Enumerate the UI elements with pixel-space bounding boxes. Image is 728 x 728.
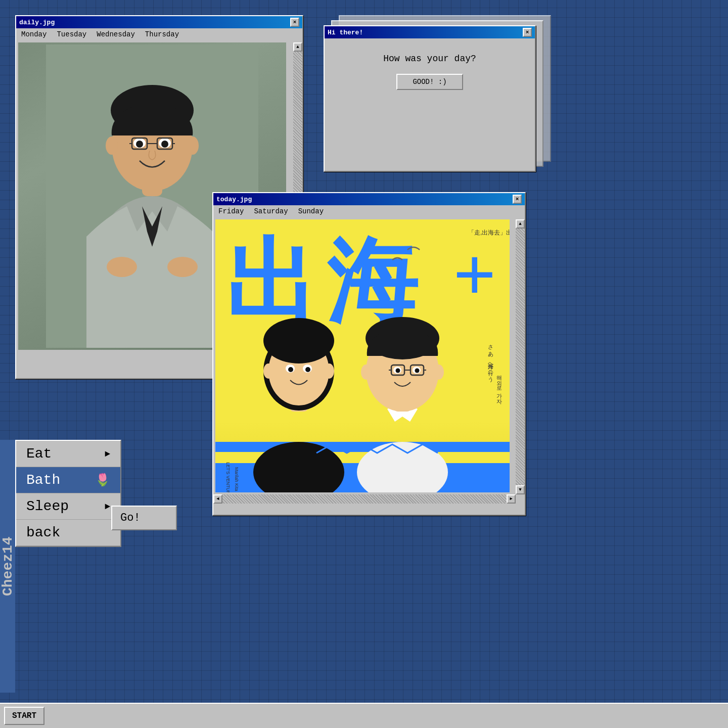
hi-dialog-body: How was your day? GOOD! :) — [325, 38, 535, 100]
menu-item-back[interactable]: back — [16, 520, 120, 546]
today-scroll-track-v — [516, 229, 525, 485]
svg-point-10 — [161, 141, 168, 148]
svg-point-50 — [361, 365, 371, 380]
daily-menu-tuesday[interactable]: Tuesday — [57, 30, 86, 38]
good-button[interactable]: GOOD! :) — [396, 74, 463, 90]
today-menu-sunday[interactable]: Sunday — [298, 207, 324, 215]
bath-submenu: Go! — [111, 506, 177, 530]
svg-point-36 — [324, 363, 334, 379]
svg-point-30 — [263, 318, 334, 363]
start-button[interactable]: START — [4, 707, 44, 725]
menu-item-bath[interactable]: Bath 🌷 — [16, 467, 120, 493]
svg-point-16 — [106, 136, 118, 155]
daily-close-button[interactable]: × — [290, 18, 299, 27]
bath-flower-icon: 🌷 — [95, 473, 110, 487]
sleep-arrow: ► — [105, 502, 110, 512]
svg-point-9 — [136, 141, 143, 148]
daily-scroll-up[interactable]: ▲ — [293, 42, 302, 52]
today-titlebar: today.jpg × — [213, 193, 525, 205]
daily-title: daily.jpg — [19, 19, 55, 26]
taskbar: START — [0, 703, 728, 728]
today-scroll-track-h — [222, 494, 507, 504]
eat-arrow: ► — [105, 449, 110, 459]
bath-label: Bath — [26, 472, 60, 488]
today-scroll-up[interactable]: ▲ — [516, 219, 525, 229]
sleep-label: Sleep — [26, 498, 69, 514]
hi-window: Hi there! × How was your day? GOOD! :) — [324, 25, 536, 172]
today-content: ▲ ▼ ◄ ► — [213, 219, 525, 504]
daily-titlebar: daily.jpg × — [16, 16, 302, 28]
today-menu-saturday[interactable]: Saturday — [254, 207, 288, 215]
svg-point-3 — [167, 257, 198, 277]
back-label: back — [26, 525, 60, 540]
svg-point-35 — [263, 363, 274, 379]
daily-menu-thursday[interactable]: Thursday — [145, 30, 179, 38]
svg-text:해외로 가자: 해외로 가자 — [496, 371, 503, 404]
hi-message: How was your day? — [335, 54, 525, 64]
hi-titlebar: Hi there! × — [325, 26, 535, 38]
svg-text:Marilah Kita Berlayar: Marilah Kita Berlayar — [234, 467, 239, 492]
svg-point-33 — [288, 367, 293, 372]
svg-text:「走,出海去」出品: 「走,出海去」出品 — [468, 229, 510, 236]
svg-point-34 — [305, 367, 310, 372]
hi-close-button[interactable]: × — [523, 28, 532, 37]
poster-svg: 出 海 + 「走,出海去」出品 — [215, 219, 510, 492]
today-window: today.jpg × Friday Saturday Sunday ▲ ▼ ◄… — [212, 192, 526, 516]
svg-point-17 — [187, 136, 199, 155]
today-scroll-right[interactable]: ► — [507, 494, 516, 504]
today-scroll-corner — [516, 494, 525, 504]
svg-text:+: + — [453, 233, 496, 316]
svg-text:出: 出 — [225, 232, 316, 333]
today-poster: 出 海 + 「走,出海去」出品 — [215, 219, 510, 492]
eat-label: Eat — [26, 446, 52, 462]
daily-menu-wednesday[interactable]: Wednesday — [97, 30, 135, 38]
svg-text:LET'S VENTURE OUT: LET'S VENTURE OUT — [225, 462, 231, 492]
today-scroll-down[interactable]: ▼ — [516, 485, 525, 494]
daily-menu-monday[interactable]: Monday — [21, 30, 47, 38]
cheez-label: Cheez14 — [0, 440, 15, 693]
svg-point-48 — [396, 369, 400, 373]
hi-title: Hi there! — [328, 29, 363, 36]
today-close-button[interactable]: × — [513, 195, 522, 204]
submenu-go[interactable]: Go! — [112, 507, 176, 529]
menu-item-sleep[interactable]: Sleep ► — [16, 493, 120, 520]
daily-menubar: Monday Tuesday Wednesday Thursday — [16, 28, 302, 40]
today-menu-friday[interactable]: Friday — [218, 207, 244, 215]
today-scroll-left[interactable]: ◄ — [213, 494, 222, 504]
svg-point-49 — [415, 369, 420, 373]
today-menubar: Friday Saturday Sunday — [213, 205, 525, 217]
svg-point-2 — [107, 257, 137, 277]
svg-text:さあ、海外へ行こう: さあ、海外へ行こう — [488, 341, 494, 383]
today-title: today.jpg — [216, 196, 252, 203]
game-menu: Eat ► Bath 🌷 Sleep ► back — [15, 440, 121, 547]
svg-point-51 — [434, 365, 444, 380]
menu-item-eat[interactable]: Eat ► — [16, 441, 120, 467]
